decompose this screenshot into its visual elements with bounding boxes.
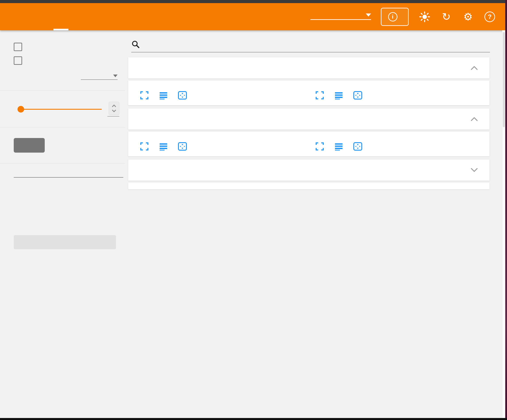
section-time-header[interactable] [128,159,490,181]
chart-actions [139,90,312,100]
fit-domain-icon[interactable] [177,141,188,151]
run-checkbox[interactable] [14,221,21,229]
run-checkbox[interactable] [14,196,21,203]
expand-lines-icon[interactable] [158,90,169,100]
sidebar-divider [0,127,125,127]
fit-domain-icon[interactable] [353,90,363,100]
info-icon: i [388,12,397,21]
filter-tags-field[interactable] [131,40,490,52]
section-eval-body [128,81,490,105]
run-checkbox[interactable] [14,209,21,216]
horizontal-axis-options [14,138,125,153]
run-color-ring [26,222,32,228]
section-eval [128,57,490,105]
chevron-up-icon[interactable] [471,117,478,121]
smoothing-value [107,115,109,115]
desktop-right-edge [505,0,507,420]
chevron-down-icon [113,75,118,77]
desktop-top-edge [0,0,507,3]
header-actions: i ↻ ⚙ ? [310,8,505,26]
chevron-down-icon[interactable] [471,168,478,172]
app-header: i ↻ ⚙ ? [0,3,505,30]
tooltip-sorting-label [14,75,72,80]
fullscreen-icon[interactable] [139,90,149,100]
chart-actions [315,141,487,151]
status-dropdown[interactable] [310,14,371,20]
fit-domain-icon[interactable] [353,141,363,151]
tab-scalars[interactable] [52,3,70,30]
tab-time-series[interactable] [34,3,52,30]
help-icon[interactable]: ? [484,11,495,23]
refresh-icon[interactable]: ↻ [441,11,452,23]
smoothing-slider-thumb[interactable] [17,106,24,113]
section-rollout [128,108,490,156]
ignore-outliers-checkbox[interactable] [14,56,22,65]
run-row-ada[interactable] [14,209,125,216]
smoothing-slider-fill [21,109,102,110]
upload-button[interactable]: i [381,8,409,26]
tooltip-sorting-row [14,75,125,80]
chart-ep-len-mean [137,139,312,153]
dashboard-main [125,30,503,189]
fullscreen-icon[interactable] [315,90,325,100]
fullscreen-icon[interactable] [139,141,149,151]
chevron-down-icon [366,14,371,17]
fit-domain-icon[interactable] [177,90,188,100]
tooltip-sorting-dropdown[interactable] [81,75,118,80]
show-download-links-row[interactable] [14,43,125,51]
desktop-bottom-edge [0,418,507,420]
run-color-ring [26,184,32,190]
section-time [128,159,490,181]
smoothing-value-field[interactable] [107,102,119,117]
next-section-partial [128,183,490,189]
run-row-btc[interactable] [14,221,125,229]
chart-mean-ep-length [137,88,312,102]
run-color-ring [26,196,32,203]
sidebar-divider [0,163,125,164]
sidebar-divider [0,90,125,91]
chevron-up-icon[interactable] [471,65,478,70]
chart-ep-rew-mean [312,139,487,153]
runs-filter-input[interactable] [14,174,123,178]
main-tabs [34,3,70,30]
section-rollout-body [128,131,490,156]
smoothing-controls [21,102,125,117]
chart-actions [139,141,312,151]
chart-mean-reward [312,88,487,102]
expand-lines-icon[interactable] [334,141,344,151]
section-eval-header[interactable] [128,57,490,78]
run-row-aave[interactable] [14,196,125,203]
axis-step-button[interactable] [14,138,45,153]
smoothing-slider[interactable] [21,109,102,110]
search-icon [131,40,140,48]
theme-brightness-icon[interactable] [419,11,430,23]
settings-sidebar [0,30,125,255]
page-scrollbar[interactable] [502,30,505,420]
chart-actions [315,90,487,100]
ignore-outliers-row[interactable] [14,56,125,65]
expand-lines-icon[interactable] [334,90,344,100]
settings-gear-icon[interactable]: ⚙ [462,11,474,23]
run-row-1inch[interactable] [14,183,125,190]
fullscreen-icon[interactable] [315,141,325,151]
run-color-ring [26,209,32,215]
toggle-all-runs-button[interactable] [14,235,116,249]
scrollbar-thumb[interactable] [503,32,505,127]
section-rollout-header[interactable] [128,108,490,130]
show-download-links-checkbox[interactable] [14,43,22,51]
stepper-icon[interactable] [109,102,119,115]
run-checkbox[interactable] [14,183,21,190]
expand-lines-icon[interactable] [158,141,169,151]
